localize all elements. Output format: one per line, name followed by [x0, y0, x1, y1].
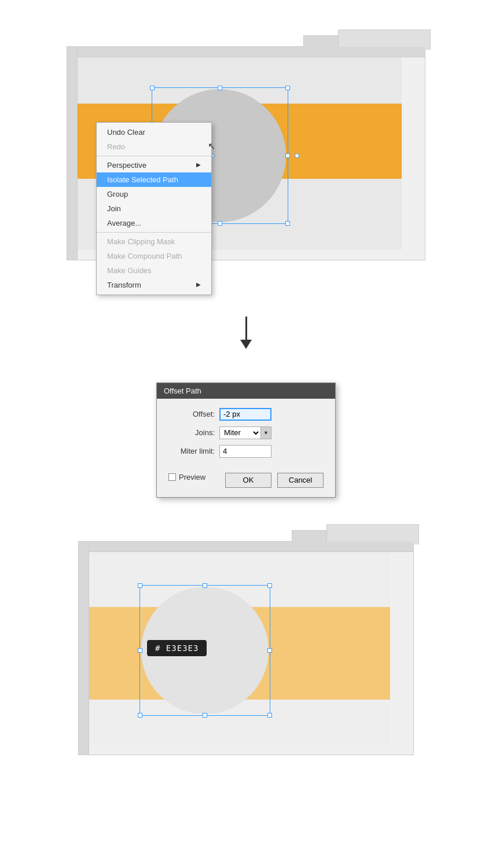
preview-row: Preview: [168, 473, 205, 481]
joins-select[interactable]: Miter Round Bevel: [220, 427, 260, 439]
right-point: [295, 153, 299, 158]
color-badge: # E3E3E3: [147, 640, 207, 656]
preview-label: Preview: [179, 473, 205, 481]
context-menu: Undo Clear Redo Perspective Isolate Sele…: [96, 122, 212, 295]
dialog-titlebar: Offset Path: [157, 383, 335, 399]
center-point: [211, 154, 215, 157]
handle2-br: [267, 713, 272, 718]
ctx-item-perspective[interactable]: Perspective: [97, 158, 211, 172]
cancel-button[interactable]: Cancel: [277, 473, 324, 488]
joins-label: Joins:: [168, 428, 215, 437]
section-bottom: # E3E3E3: [0, 521, 492, 764]
ctx-item-join[interactable]: Join: [97, 201, 211, 216]
miter-limit-input[interactable]: [219, 445, 271, 458]
offset-row: Offset:: [168, 408, 324, 421]
canvas-area-2: # E3E3E3: [78, 541, 414, 755]
arrow-section: [0, 307, 492, 359]
handle-tl: [150, 86, 155, 90]
handle2-bl: [138, 713, 142, 718]
ctx-item-make-clipping-mask[interactable]: Make Clipping Mask: [97, 234, 211, 249]
dialog-buttons: OK Cancel: [225, 473, 324, 488]
ctx-item-undo-clear[interactable]: Undo Clear: [97, 125, 211, 139]
miter-limit-label: Miter limit:: [168, 447, 215, 455]
ctx-item-transform[interactable]: Transform: [97, 278, 211, 292]
dialog-box: Offset Path Offset: Joins: Miter Round B…: [156, 382, 336, 498]
ctx-separator-2: [97, 232, 211, 233]
handle2-tl: [138, 583, 142, 588]
arrow-stem: [245, 317, 247, 340]
preview-checkbox[interactable]: [168, 473, 176, 481]
offset-input[interactable]: [219, 408, 271, 421]
handle2-bc: [203, 713, 207, 718]
offset-label: Offset:: [168, 410, 215, 418]
handle2-tc: [203, 583, 207, 588]
section-top: Undo Clear Redo Perspective Isolate Sele…: [0, 0, 492, 307]
joins-row: Joins: Miter Round Bevel ▼: [168, 426, 324, 439]
ctx-item-average[interactable]: Average...: [97, 216, 211, 230]
document-rect-2: # E3E3E3: [89, 552, 390, 744]
ctx-separator-1: [97, 156, 211, 156]
handle2-ml: [138, 648, 142, 653]
joins-select-wrap[interactable]: Miter Round Bevel ▼: [219, 426, 271, 439]
dialog-title: Offset Path: [164, 387, 201, 395]
canvas-area: Undo Clear Redo Perspective Isolate Sele…: [67, 46, 425, 260]
handle-bc: [218, 221, 222, 226]
handle-tr: [285, 86, 290, 90]
ctx-item-make-compound-path[interactable]: Make Compound Path: [97, 249, 211, 263]
ruler2-left: [79, 542, 89, 755]
ctx-item-redo[interactable]: Redo: [97, 139, 211, 154]
ctx-item-group[interactable]: Group: [97, 187, 211, 201]
ok-button[interactable]: OK: [225, 473, 271, 488]
dialog-body: Offset: Joins: Miter Round Bevel ▼ Miter…: [157, 399, 335, 497]
handle-br: [285, 221, 290, 226]
down-arrow: [240, 317, 252, 349]
arrow-head: [240, 340, 252, 349]
ruler-top: [67, 47, 425, 57]
handle-tc: [218, 86, 222, 90]
joins-select-arrow: ▼: [260, 427, 271, 439]
section-dialog: Offset Path Offset: Joins: Miter Round B…: [0, 359, 492, 521]
handle2-mr: [267, 648, 272, 653]
ctx-item-make-guides[interactable]: Make Guides: [97, 263, 211, 278]
ruler-left: [67, 47, 78, 260]
miter-limit-row: Miter limit:: [168, 445, 324, 458]
handle-mr: [285, 153, 290, 158]
ctx-item-isolate-selected-path[interactable]: Isolate Selected Path: [97, 172, 211, 187]
handle2-tr: [267, 583, 272, 588]
ruler2-top: [79, 542, 413, 552]
